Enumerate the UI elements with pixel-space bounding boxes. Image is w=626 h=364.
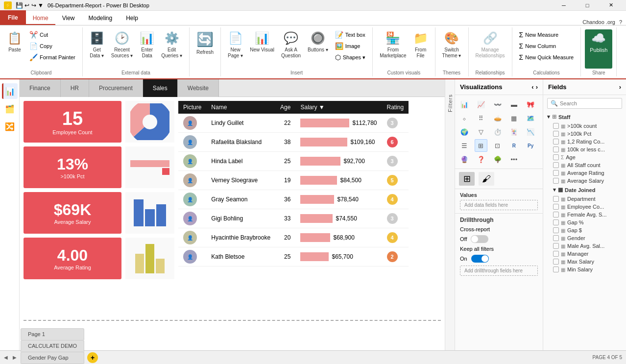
- refresh-btn[interactable]: 🔄 Refresh: [193, 29, 217, 69]
- new-quick-measure-btn[interactable]: Σ New Quick Measure: [516, 52, 577, 63]
- field-item[interactable]: ▦ Manager: [543, 250, 626, 258]
- prev-arrow[interactable]: ◀: [2, 354, 10, 362]
- field-checkbox-14[interactable]: [553, 235, 559, 241]
- nav-tab-website[interactable]: Website: [178, 79, 219, 97]
- cut-btn[interactable]: ✂️ Cut: [26, 29, 78, 40]
- close-btn[interactable]: ✕: [600, 0, 622, 11]
- nav-tab-sales[interactable]: Sales: [143, 79, 178, 97]
- report-view-btn[interactable]: 📊: [2, 83, 18, 99]
- viz-forward-btn[interactable]: ›: [536, 83, 538, 91]
- text-box-btn[interactable]: 📝 Text box: [332, 29, 368, 40]
- viz-r-script-btn[interactable]: R: [507, 139, 520, 152]
- publish-btn[interactable]: ☁️ Publish: [585, 29, 612, 69]
- viz-gauge-btn[interactable]: ⏱️: [491, 125, 504, 138]
- file-tab[interactable]: File: [0, 10, 26, 25]
- viz-map-btn[interactable]: 🗺️: [524, 112, 537, 124]
- viz-back-btn[interactable]: ‹: [531, 83, 533, 91]
- col-age[interactable]: Age: [275, 101, 295, 114]
- date-joined-header[interactable]: ▾▦Date Joined: [543, 185, 626, 195]
- field-checkbox-3[interactable]: [553, 146, 559, 152]
- format-painter-btn[interactable]: 🖌️ Format Painter: [26, 52, 78, 63]
- field-checkbox-13[interactable]: [553, 227, 559, 233]
- nav-tab-hr[interactable]: HR: [61, 79, 89, 97]
- table-row[interactable]: 👤 Hyacinthie Braybrooke 20 $68,900 4: [178, 228, 409, 247]
- help-btn[interactable]: ?: [619, 19, 622, 25]
- field-checkbox-15[interactable]: [553, 243, 559, 249]
- add-drillthrough-box[interactable]: Add drillthrough fields here: [460, 266, 538, 276]
- field-checkbox-9[interactable]: [553, 196, 559, 202]
- viz-clustered-bar-btn[interactable]: ▬: [507, 98, 520, 111]
- field-checkbox-12[interactable]: [553, 219, 559, 225]
- viz-matrix-btn[interactable]: ⊡: [491, 139, 504, 152]
- viz-bar-chart-btn[interactable]: 📊: [458, 98, 471, 111]
- cross-report-toggle[interactable]: [471, 235, 488, 243]
- col-name[interactable]: Name: [206, 101, 275, 114]
- viz-table-btn active[interactable]: ⊞: [475, 139, 487, 152]
- enter-data-btn[interactable]: 📊 EnterData: [137, 29, 157, 69]
- field-item[interactable]: ▦ >100k Pct: [543, 130, 626, 138]
- copy-btn[interactable]: 📄 Copy: [26, 41, 78, 51]
- nav-tab-finance[interactable]: Finance: [20, 79, 61, 97]
- field-item[interactable]: ▦ Gap $: [543, 226, 626, 234]
- paste-btn[interactable]: 📋 Paste: [4, 29, 25, 69]
- field-checkbox-1[interactable]: [553, 131, 559, 137]
- edit-queries-btn[interactable]: ⚙️ EditQueries ▾: [158, 29, 185, 69]
- page-tab-0[interactable]: Page 1: [21, 328, 84, 340]
- field-item[interactable]: ▦ All Staff count: [543, 161, 626, 169]
- field-item[interactable]: ▦ Gender: [543, 234, 626, 242]
- data-view-btn[interactable]: 🗂️: [2, 101, 18, 117]
- field-item[interactable]: ▦ Gap %: [543, 218, 626, 226]
- new-page-btn[interactable]: 📄 NewPage ▾: [225, 29, 246, 69]
- format-icon[interactable]: 🖌: [479, 172, 494, 186]
- build-visual-icon[interactable]: ⊞: [459, 172, 475, 186]
- viz-decomp-tree-btn[interactable]: 🌳: [491, 153, 504, 166]
- viz-kpi-btn[interactable]: 📉: [524, 125, 537, 138]
- field-item[interactable]: ▦ Female Avg. S...: [543, 211, 626, 218]
- field-item[interactable]: ▦ >100k count: [543, 122, 626, 130]
- add-page-btn[interactable]: +: [87, 352, 98, 363]
- viz-scatter-btn[interactable]: ⠿: [475, 112, 487, 124]
- field-checkbox-5[interactable]: [553, 162, 559, 168]
- viz-qna-btn[interactable]: ❓: [475, 153, 487, 166]
- viz-python-btn[interactable]: Py: [524, 139, 537, 152]
- keep-filters-toggle[interactable]: [471, 255, 489, 263]
- viz-pie-btn[interactable]: 🥧: [491, 112, 504, 124]
- field-checkbox-17[interactable]: [553, 259, 559, 265]
- page-tab-2[interactable]: Gender Pay Gap: [21, 352, 84, 364]
- field-checkbox-16[interactable]: [553, 251, 559, 257]
- field-item[interactable]: ▦ Average Salary: [543, 177, 626, 185]
- get-data-btn[interactable]: 🗄️ GetData ▾: [87, 29, 107, 69]
- field-item[interactable]: ▦ Average Rating: [543, 169, 626, 177]
- new-visual-btn[interactable]: 📊 New Visual: [247, 29, 277, 69]
- field-item[interactable]: ▦ Min Salary: [543, 266, 626, 273]
- field-item[interactable]: ▦ Employee Co...: [543, 203, 626, 211]
- viz-card-btn[interactable]: 🃏: [507, 125, 520, 138]
- minimize-btn[interactable]: ─: [553, 0, 575, 11]
- field-checkbox-4[interactable]: [553, 154, 559, 160]
- field-checkbox-7[interactable]: [553, 178, 559, 184]
- table-row[interactable]: 👤 Hinda Label 25 $92,700 3: [178, 152, 409, 171]
- next-arrow[interactable]: ▶: [11, 354, 19, 362]
- viz-funnel-btn[interactable]: ▽: [475, 125, 487, 138]
- viz-waterfall-btn[interactable]: ⬦: [458, 112, 471, 124]
- new-column-btn[interactable]: Σ New Column: [516, 41, 577, 51]
- table-row[interactable]: 👤 Verney Sloegrave 19 $84,500 5: [178, 171, 409, 190]
- table-row[interactable]: 👤 Gray Seamon 36 $78,540 4: [178, 190, 409, 209]
- viz-treemap-btn[interactable]: ▦: [507, 112, 520, 124]
- search-box[interactable]: 🔍: [547, 98, 622, 109]
- manage-relationships-btn[interactable]: 🔗 ManageRelationships: [473, 29, 508, 69]
- col-picture[interactable]: Picture: [178, 101, 206, 114]
- nav-tab-procurement[interactable]: Procurement: [89, 79, 143, 97]
- col-salary[interactable]: Salary ▼: [295, 101, 382, 114]
- viz-line-chart-btn[interactable]: 📈: [475, 98, 487, 111]
- viz-filled-map-btn[interactable]: 🌍: [458, 125, 471, 138]
- field-item[interactable]: ▦ Male Avg. Sal...: [543, 242, 626, 250]
- table-row[interactable]: 👤 Rafaelita Blaksland 38 $109,160 6: [178, 133, 409, 152]
- viz-area-chart-btn[interactable]: 〰️: [491, 98, 504, 111]
- field-item[interactable]: ▦ 100k or less c...: [543, 146, 626, 153]
- col-rating[interactable]: Rating: [382, 101, 409, 114]
- table-row[interactable]: 👤 Lindy Guillet 22 $112,780 3: [178, 114, 409, 133]
- viz-ai-insights-btn[interactable]: 🔮: [458, 153, 471, 166]
- tab-view[interactable]: View: [55, 12, 82, 25]
- image-btn[interactable]: 🖼️ Image: [332, 41, 368, 51]
